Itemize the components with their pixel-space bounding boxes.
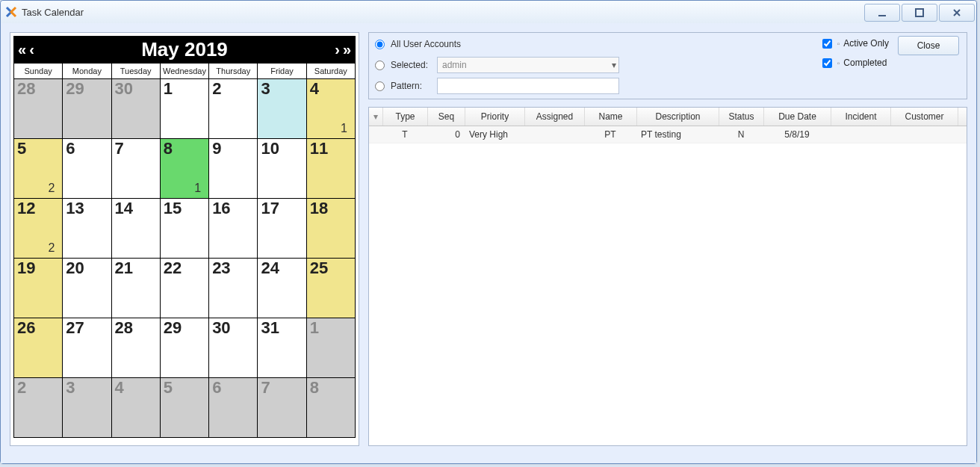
radio-all-users[interactable]: [375, 40, 385, 49]
calendar-day-number: 12: [14, 199, 62, 217]
calendar-day-cell[interactable]: 1: [306, 318, 355, 378]
calendar-day-cell[interactable]: 29: [160, 318, 208, 378]
maximize-button[interactable]: [902, 4, 937, 22]
calendar-day-cell[interactable]: 2: [209, 79, 258, 139]
calendar-day-cell[interactable]: 29: [63, 79, 111, 139]
table-column-header[interactable]: Status: [719, 108, 764, 126]
calendar-day-cell[interactable]: 81: [160, 139, 208, 199]
calendar-day-cell[interactable]: 122: [14, 199, 63, 259]
calendar-day-count: 1: [341, 122, 347, 135]
table-row[interactable]: T0Very HighPTPT testingN5/8/19: [369, 126, 967, 143]
table-column-header[interactable]: Name: [585, 108, 637, 126]
calendar-day-cell[interactable]: 30: [111, 79, 160, 139]
calendar-day-number: 13: [63, 199, 111, 217]
calendar-day-cell[interactable]: 17: [258, 199, 306, 259]
radio-selected-user[interactable]: [375, 61, 385, 70]
calendar-day-cell[interactable]: 7: [258, 378, 306, 438]
check-row-completed: ▫ Completed: [822, 55, 889, 70]
calendar-day-cell[interactable]: 11: [306, 139, 355, 199]
pattern-input[interactable]: [437, 78, 619, 94]
completed-label: Completed: [843, 58, 887, 68]
selected-user-dropdown[interactable]: admin ▾: [437, 57, 619, 73]
radio-all-users-label: All User Accounts: [391, 39, 461, 49]
table-cell: 5/8/19: [763, 129, 831, 140]
content: « ‹ May 2019 › » SundayMondayTuesdayWedn…: [1, 23, 976, 463]
calendar-day-cell[interactable]: 3: [258, 79, 306, 139]
table-column-header[interactable]: Incident: [831, 108, 891, 126]
table-menu-icon[interactable]: ▾: [369, 108, 383, 126]
calendar-day-cell[interactable]: 13: [63, 199, 111, 259]
calendar-day-cell[interactable]: 6: [63, 139, 111, 199]
check-column: ▫ Active Only ▫ Completed Close: [822, 36, 959, 70]
close-button-label: Close: [917, 40, 940, 51]
calendar-day-cell[interactable]: 30: [209, 318, 258, 378]
radio-row-pattern: Pattern:: [375, 78, 629, 94]
calendar-day-cell[interactable]: 27: [63, 318, 111, 378]
checkbox-completed[interactable]: [822, 58, 832, 68]
calendar-day-cell[interactable]: 22: [160, 259, 208, 318]
calendar-day-cell[interactable]: 21: [111, 259, 160, 318]
calendar-day-cell[interactable]: 4: [111, 378, 160, 438]
checkbox-active-only[interactable]: [822, 39, 832, 49]
calendar-day-number: 7: [258, 378, 306, 396]
calendar-day-number: 24: [258, 259, 306, 276]
calendar-day-cell[interactable]: 41: [306, 79, 355, 139]
calendar-day-number: 18: [307, 199, 355, 217]
table-body: T0Very HighPTPT testingN5/8/19: [369, 126, 967, 143]
calendar-day-cell[interactable]: 31: [258, 318, 306, 378]
table-column-header[interactable]: Assigned: [525, 108, 585, 126]
close-button[interactable]: Close: [898, 36, 959, 55]
table-column-header[interactable]: Description: [637, 108, 719, 126]
calendar-day-header: Friday: [258, 64, 306, 79]
calendar-day-cell[interactable]: 20: [63, 259, 111, 318]
radio-pattern[interactable]: [375, 81, 385, 91]
calendar-day-number: 3: [258, 79, 306, 97]
table-column-header[interactable]: Type: [383, 108, 428, 126]
calendar-day-number: 22: [161, 259, 208, 276]
calendar-day-count: 2: [48, 241, 55, 255]
calendar-day-number: 9: [209, 139, 257, 157]
calendar-day-cell[interactable]: 7: [111, 139, 160, 199]
calendar-day-cell[interactable]: 2: [14, 378, 63, 438]
radio-row-selected: Selected: admin ▾: [375, 57, 629, 73]
calendar-title: May 2019: [36, 38, 333, 61]
calendar-day-header: Thursday: [209, 64, 258, 79]
minimize-button[interactable]: [864, 4, 900, 22]
prev-month-button[interactable]: ‹: [28, 42, 36, 57]
prev-year-button[interactable]: «: [16, 42, 28, 57]
calendar-day-cell[interactable]: 24: [258, 259, 306, 318]
window-controls: [864, 2, 976, 22]
calendar-day-number: 8: [307, 378, 355, 396]
table-column-header[interactable]: Seq: [428, 108, 465, 126]
calendar-day-cell[interactable]: 16: [209, 199, 258, 259]
calendar-day-cell[interactable]: 28: [111, 318, 160, 378]
window-close-button[interactable]: [939, 4, 975, 22]
calendar-day-cell[interactable]: 14: [111, 199, 160, 259]
table-column-header[interactable]: Priority: [465, 108, 525, 126]
calendar-day-cell[interactable]: 9: [209, 139, 258, 199]
calendar-day-cell[interactable]: 15: [160, 199, 208, 259]
calendar-day-number: 29: [63, 79, 111, 97]
calendar-day-cell[interactable]: 23: [209, 259, 258, 318]
calendar-day-cell[interactable]: 5: [160, 378, 208, 438]
calendar-day-cell[interactable]: 8: [306, 378, 355, 438]
table-cell: PT: [584, 129, 636, 140]
calendar-day-cell[interactable]: 19: [14, 259, 63, 318]
next-year-button[interactable]: »: [341, 42, 353, 57]
calendar-day-cell[interactable]: 25: [306, 259, 355, 318]
calendar-day-cell[interactable]: 10: [258, 139, 306, 199]
calendar-day-number: 17: [258, 199, 306, 217]
table-column-header[interactable]: Customer: [891, 108, 958, 126]
calendar-day-cell[interactable]: 28: [14, 79, 63, 139]
calendar-day-cell[interactable]: 1: [160, 79, 208, 139]
calendar-day-cell[interactable]: 18: [306, 199, 355, 259]
calendar-day-cell[interactable]: 3: [63, 378, 111, 438]
calendar-day-cell[interactable]: 52: [14, 139, 63, 199]
next-month-button[interactable]: ›: [333, 42, 341, 57]
titlebar: Task Calendar: [1, 1, 976, 24]
calendar-day-number: 10: [258, 139, 306, 157]
calendar-day-number: 2: [209, 79, 257, 97]
table-column-header[interactable]: Due Date: [764, 108, 831, 126]
calendar-day-cell[interactable]: 26: [14, 318, 63, 378]
calendar-day-cell[interactable]: 6: [209, 378, 258, 438]
